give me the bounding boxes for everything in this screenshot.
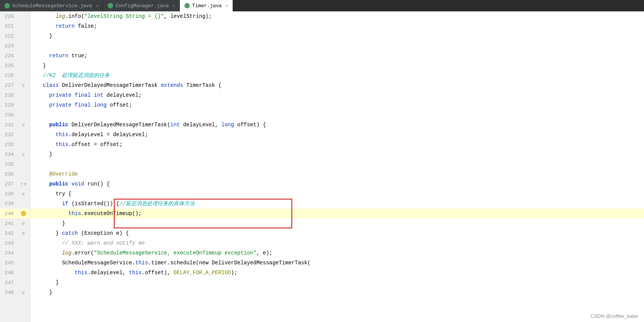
tab-timer[interactable]: Timer.java ✕ — [180, 0, 233, 11]
gutter-row-232: 232 — [0, 130, 30, 140]
code-line-238: try { — [30, 189, 644, 199]
fold-icon-241[interactable]: ▽ — [22, 221, 25, 226]
line-num-224: 224 — [0, 53, 17, 59]
line-num-233: 233 — [0, 142, 17, 148]
line-num-229: 229 — [0, 102, 17, 108]
gutter-row-222: 222 — [0, 31, 30, 41]
gutter-row-237: 237 ↑ ▽ — [0, 179, 30, 189]
fold-icon-248[interactable]: ▽ — [22, 290, 25, 295]
gutter-row-227: 227 ▽ — [0, 80, 30, 90]
code-line-222: } — [30, 31, 644, 41]
token-229-2: final — [75, 100, 94, 110]
token-224-2: true; — [71, 51, 87, 61]
token-247-1: } — [55, 278, 58, 287]
gutter-row-231: 231 ▽ — [0, 120, 30, 130]
gutter-icons-241: ▽ — [17, 221, 30, 226]
token-233-1: this — [55, 140, 68, 149]
gutter-row-241: 241 ▽ — [0, 218, 30, 228]
code-line-226: //K2 处理延迟消息的任务 — [30, 71, 644, 80]
code-line-227: class DeliverDelayedMessageTimerTask ext… — [30, 80, 644, 90]
fold-icon-227[interactable]: ▽ — [22, 83, 25, 88]
tab-label-config: ConfigManager.java — [115, 3, 168, 9]
token-225-1: } — [43, 61, 46, 71]
fold-icon-238[interactable]: ▽ — [22, 192, 25, 196]
token-245-3: .timer.schedule(new DeliverDelayedMessag… — [148, 258, 310, 268]
token-240-2: .executeOnTimeup(); — [81, 209, 142, 218]
code-line-240: this.executeOnTimeup(); — [30, 209, 644, 218]
code-line-233: this.offset = offset; — [30, 140, 644, 149]
code-line-245: ScheduleMessageService.this.timer.schedu… — [30, 258, 644, 268]
line-num-240: 240 — [0, 211, 17, 217]
code-line-239: if (isStarted()) {//延迟消息处理任务的具体方法 — [30, 199, 644, 209]
tab-schedule[interactable]: ScheduleMessageService.java ✕ — [0, 0, 103, 11]
token-228-4: delayLevel; — [107, 90, 142, 100]
close-icon-config[interactable]: ✕ — [173, 3, 175, 8]
line-num-238: 238 — [0, 191, 17, 197]
gutter-row-220: 220 — [0, 11, 30, 21]
tab-config[interactable]: ConfigManager.java ✕ — [103, 0, 180, 11]
line-num-225: 225 — [0, 63, 17, 69]
gutter-icons-240 — [17, 211, 30, 216]
fold-icon-231[interactable]: ▽ — [22, 123, 25, 127]
token-245-2: this — [135, 258, 148, 268]
code-line-229: private final long offset; — [30, 100, 644, 110]
tab-bar: ScheduleMessageService.java ✕ ConfigMana… — [0, 0, 644, 11]
token-229-4: offset; — [110, 100, 132, 110]
bulb-icon-240[interactable] — [21, 211, 26, 216]
token-237-1: public — [49, 179, 72, 189]
token-246-5: DELAY_FOR_A_PERIOD — [173, 268, 231, 278]
line-num-220: 220 — [0, 14, 17, 19]
line-num-236: 236 — [0, 171, 17, 177]
token-239-1: if — [62, 199, 71, 209]
gutter-row-246: 246 — [0, 268, 30, 278]
gutter-row-242: 242 ▽ — [0, 228, 30, 238]
line-num-241: 241 — [0, 221, 17, 226]
close-icon-schedule[interactable]: ✕ — [96, 3, 99, 8]
gutter-row-221: 221 — [0, 21, 30, 31]
line-num-222: 222 — [0, 33, 17, 39]
token-224-1: return — [49, 51, 72, 61]
gutter-row-229: 229 — [0, 100, 30, 110]
gutter-icons-231: ▽ — [17, 123, 30, 127]
line-num-248: 248 — [0, 290, 17, 295]
line-num-237: 237 — [0, 181, 17, 187]
token-242-2: catch — [62, 228, 81, 238]
fold-icon-234[interactable]: ▽ — [22, 152, 25, 157]
code-editor[interactable]: log.info("levelString String = {}", leve… — [30, 11, 644, 322]
token-228-3: int — [94, 90, 107, 100]
token-239-2: (isStarted()) { — [71, 199, 119, 209]
line-num-232: 232 — [0, 132, 17, 138]
line-num-221: 221 — [0, 24, 17, 29]
gutter-row-235: 235 — [0, 159, 30, 169]
close-icon-timer[interactable]: ✕ — [225, 3, 228, 8]
code-line-242: } catch (Exception e) { — [30, 228, 644, 238]
line-num-230: 230 — [0, 112, 17, 118]
token-227-3: extends — [161, 80, 186, 90]
fold-icon-242[interactable]: ▽ — [22, 231, 25, 236]
token-221-2: false; — [78, 21, 97, 31]
gutter-row-245: 245 — [0, 258, 30, 268]
code-line-224: return true; — [30, 51, 644, 61]
tab-label-schedule: ScheduleMessageService.java — [12, 3, 92, 9]
gutter-row-228: 228 — [0, 90, 30, 100]
token-236-1: @Override — [49, 169, 78, 179]
code-line-225: } — [30, 61, 644, 71]
code-line-246: this.delayLevel, this.offset), DELAY_FOR… — [30, 268, 644, 278]
fold-icon-237[interactable]: ▽ — [24, 182, 27, 187]
line-num-244: 244 — [0, 250, 17, 256]
token-222-1: } — [49, 31, 52, 41]
token-227-2: DeliverDelayedMessageTimerTask — [62, 80, 161, 90]
token-246-1: this — [75, 268, 88, 278]
gutter-row-234: 234 ▽ — [0, 149, 30, 159]
token-231-5: long — [221, 120, 237, 130]
line-num-239: 239 — [0, 201, 17, 207]
token-244-4: , e); — [257, 248, 272, 258]
token-237-3: run() { — [87, 179, 110, 189]
token-227-4: TimerTask { — [186, 80, 221, 90]
token-241-1: } — [62, 218, 65, 228]
line-num-234: 234 — [0, 152, 17, 157]
line-num-226: 226 — [0, 73, 17, 79]
tab-label-timer: Timer.java — [192, 3, 222, 9]
gutter-row-239: 239 — [0, 199, 30, 209]
gutter-row-224: 224 — [0, 51, 30, 61]
